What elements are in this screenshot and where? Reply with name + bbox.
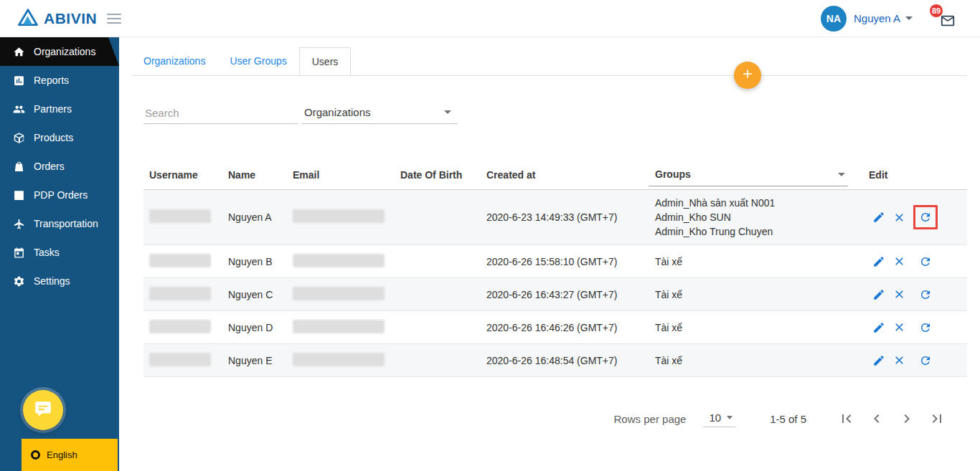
group-label: Admin_Kho Trung Chuyen [655, 224, 848, 239]
sidebar-item-partners[interactable]: Partners [0, 95, 119, 123]
chevron-down-icon[interactable] [905, 16, 913, 20]
sidebar-item-settings[interactable]: Settings [0, 267, 119, 295]
globe-icon [31, 450, 40, 460]
edit-button[interactable] [872, 321, 885, 334]
list-icon [13, 189, 25, 201]
chevron-down-icon [838, 173, 845, 176]
email-redacted [293, 209, 385, 223]
sidebar-item-organizations[interactable]: Organizations [0, 37, 119, 66]
sidebar-item-orders[interactable]: Orders [0, 152, 119, 181]
refresh-button-wrap[interactable] [913, 282, 938, 307]
email-cell [291, 209, 400, 225]
table-row: Nguyen B 2020-6-26 15:58:10 (GMT+7) Tài … [143, 245, 967, 278]
delete-button[interactable] [893, 321, 905, 333]
chat-button[interactable] [23, 390, 63, 430]
highlighted-refresh-button[interactable] [913, 205, 938, 229]
edit-button[interactable] [872, 354, 885, 367]
refresh-button-wrap[interactable] [913, 249, 938, 274]
username-redacted [149, 254, 211, 267]
avatar[interactable]: NA [821, 6, 847, 32]
name-cell: Nguyen B [228, 256, 291, 267]
table-row: Nguyen E 2020-6-26 16:48:54 (GMT+7) Tài … [143, 344, 967, 377]
refresh-button[interactable] [919, 211, 932, 224]
abivin-logo-icon [17, 8, 39, 29]
chevron-left-button[interactable] [868, 410, 885, 427]
sidebar-item-label: PDP Orders [34, 189, 88, 201]
tab-user-groups[interactable]: User Groups [217, 47, 298, 75]
refresh-button-wrap[interactable] [913, 315, 938, 340]
created-at-cell: 2020-6-26 16:46:26 (GMT+7) [485, 322, 649, 333]
refresh-button[interactable] [919, 354, 932, 367]
delete-button[interactable] [893, 255, 905, 267]
user-name[interactable]: Nguyen A [854, 12, 900, 24]
name-cell: Nguyen D [228, 322, 291, 333]
groups-cell: Tài xế [649, 348, 858, 374]
refresh-button-wrap[interactable] [913, 348, 938, 373]
pagination-range: 1-5 of 5 [770, 413, 806, 425]
col-username: Username [143, 169, 228, 181]
first-page-button[interactable] [838, 410, 855, 427]
col-created-at: Created at [485, 169, 649, 181]
username-cell [143, 320, 228, 336]
refresh-button[interactable] [919, 321, 932, 334]
edit-button[interactable] [872, 288, 885, 301]
messages-icon[interactable]: 89 [938, 10, 958, 27]
groups-filter[interactable]: Groups [649, 168, 848, 186]
table-row: Nguyen D 2020-6-26 16:46:26 (GMT+7) Tài … [143, 311, 967, 344]
sidebar-item-reports[interactable]: Reports [0, 66, 119, 95]
username-cell [143, 287, 228, 303]
email-cell [291, 320, 400, 336]
plus-icon [740, 67, 755, 84]
edit-button[interactable] [872, 255, 885, 268]
tabs-bar: Organizations User Groups Users [131, 47, 967, 76]
refresh-button[interactable] [919, 288, 932, 301]
brand-logo[interactable]: ABIVIN [0, 8, 97, 29]
tab-organizations[interactable]: Organizations [131, 47, 217, 75]
chevron-right-button[interactable] [898, 410, 915, 427]
last-page-button[interactable] [928, 410, 946, 427]
username-redacted [149, 353, 211, 366]
search-input[interactable] [143, 102, 298, 124]
name-cell: Nguyen C [228, 289, 291, 300]
sidebar-item-transportation[interactable]: Transportation [0, 209, 119, 238]
refresh-button[interactable] [919, 255, 932, 268]
organizations-filter-select[interactable]: Organizations [301, 102, 458, 124]
sidebar-item-label: Settings [34, 275, 70, 287]
sidebar-item-label: Products [34, 132, 73, 143]
created-at-cell: 2020-6-26 16:48:54 (GMT+7) [485, 355, 649, 366]
sidebar-item-label: Tasks [34, 247, 60, 258]
row-actions [858, 348, 967, 373]
bag-icon [13, 161, 25, 173]
delete-button[interactable] [893, 288, 905, 300]
users-table: Username Name Email Date Of Birth Create… [143, 160, 967, 377]
username-cell [143, 209, 228, 225]
brand-name: ABIVIN [44, 10, 97, 27]
sidebar-item-pdp-orders[interactable]: PDP Orders [0, 181, 119, 209]
plane-icon [13, 218, 25, 230]
language-label: English [47, 449, 77, 460]
created-at-cell: 2020-6-23 14:49:33 (GMT+7) [485, 211, 649, 223]
sidebar-item-products[interactable]: Products [0, 123, 119, 152]
table-body: Nguyen A 2020-6-23 14:49:33 (GMT+7) Admi… [143, 190, 967, 377]
rows-per-page-select[interactable]: 10 [703, 410, 735, 427]
menu-icon[interactable] [107, 14, 121, 24]
rows-per-page-label: Rows per page [614, 413, 687, 425]
row-actions [858, 205, 967, 229]
filters-row: Organizations [143, 102, 980, 124]
language-selector[interactable]: English [22, 439, 118, 471]
email-redacted [293, 320, 385, 333]
sidebar-item-tasks[interactable]: Tasks [0, 238, 119, 267]
add-user-button[interactable] [734, 62, 761, 89]
tab-users[interactable]: Users [299, 47, 352, 76]
groups-cell: Tài xế [649, 315, 858, 341]
groups-cell: Tài xế [649, 282, 858, 308]
delete-button[interactable] [893, 211, 905, 224]
edit-button[interactable] [872, 211, 885, 224]
tab-label: User Groups [230, 55, 286, 67]
delete-button[interactable] [893, 354, 905, 366]
app-window: ABIVIN NA Nguyen A 89 Organizations Repo… [0, 0, 980, 471]
username-cell [143, 254, 228, 270]
email-cell [291, 353, 400, 368]
group-label: Tài xế [655, 287, 848, 302]
tab-label: Organizations [143, 55, 205, 67]
